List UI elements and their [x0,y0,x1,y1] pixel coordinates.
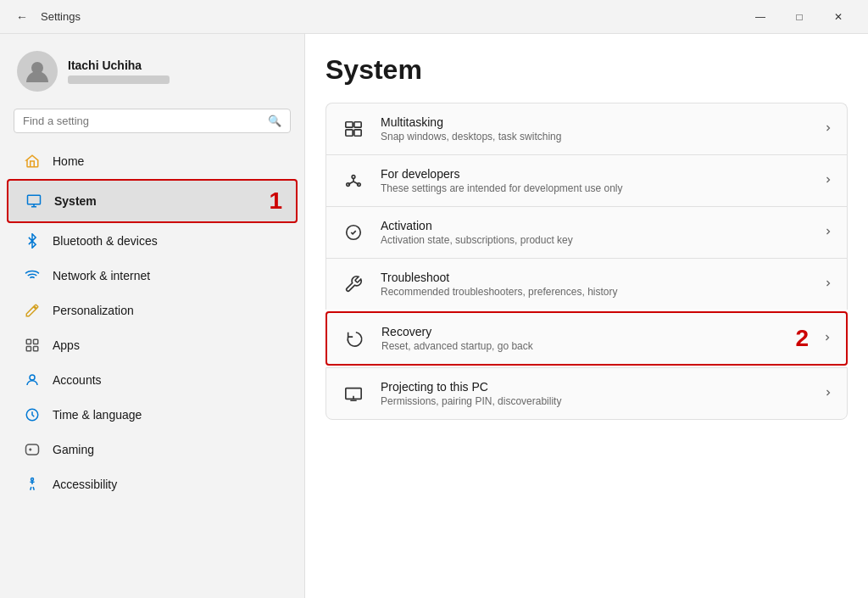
developers-text: For developersThese settings are intende… [381,167,810,194]
activation-desc: Activation state, subscriptions, product… [381,234,810,246]
accounts-icon [24,372,41,388]
setting-item-developers[interactable]: For developersThese settings are intende… [326,154,848,206]
svg-rect-2 [26,339,31,344]
svg-rect-9 [346,122,353,127]
multitasking-icon [340,115,367,143]
multitasking-name: Multitasking [381,115,810,129]
svg-rect-3 [34,339,38,344]
sidebar-item-label-personalization: Personalization [53,304,134,317]
svg-point-8 [31,478,34,481]
svg-rect-11 [346,130,353,136]
sidebar-item-accessibility[interactable]: Accessibility [7,467,298,501]
step-badge-content-2: 2 [795,327,809,350]
svg-point-6 [30,375,35,380]
sidebar: Itachi Uchiha 🔍 HomeSystem1Bluetooth & d… [0,34,305,598]
minimize-button[interactable]: — [741,3,780,31]
back-button[interactable]: ← [10,5,34,29]
setting-item-projecting[interactable]: Projecting to this PCPermissions, pairin… [326,367,848,420]
svg-rect-12 [354,130,361,136]
home-icon [24,153,41,170]
projecting-chevron-icon [823,388,833,400]
avatar [17,51,58,92]
search-box[interactable]: 🔍 [14,109,291,133]
user-info: Itachi Uchiha [68,59,170,84]
window-controls: — □ ✕ [741,3,858,31]
setting-item-multitasking[interactable]: MultitaskingSnap windows, desktops, task… [326,103,848,154]
setting-item-activation[interactable]: ActivationActivation state, subscription… [326,206,848,258]
activation-name: Activation [381,219,810,232]
projecting-desc: Permissions, pairing PIN, discoverabilit… [381,395,810,407]
projecting-name: Projecting to this PC [381,380,810,394]
search-input[interactable] [23,115,261,127]
recovery-chevron-icon [822,333,832,345]
sidebar-item-label-accounts: Accounts [53,373,102,387]
main-layout: Itachi Uchiha 🔍 HomeSystem1Bluetooth & d… [0,34,868,598]
developers-desc: These settings are intended for developm… [381,182,810,194]
personalization-icon [24,302,41,319]
projecting-icon [340,380,367,407]
search-container: 🔍 [0,105,304,143]
gaming-icon [24,441,41,458]
nav-list: HomeSystem1Bluetooth & devicesNetwork & … [0,143,304,502]
setting-item-troubleshoot[interactable]: TroubleshootRecommended troubleshooters,… [326,258,848,310]
content-area: System MultitaskingSnap windows, desktop… [305,34,868,598]
activation-text: ActivationActivation state, subscription… [381,219,810,246]
developers-chevron-icon [823,175,833,187]
time-icon [24,406,41,423]
network-icon [24,267,41,284]
sidebar-item-label-apps: Apps [53,338,80,352]
svg-point-13 [352,176,355,179]
sidebar-item-label-bluetooth: Bluetooth & devices [53,234,158,248]
app-title: Settings [41,10,741,23]
troubleshoot-icon [340,271,367,298]
system-icon [25,193,42,210]
sidebar-item-personalization[interactable]: Personalization [7,293,298,327]
svg-rect-10 [354,122,361,127]
page-title: System [326,54,848,86]
setting-item-recovery[interactable]: RecoveryReset, advanced startup, go back… [326,311,848,366]
sidebar-item-bluetooth[interactable]: Bluetooth & devices [7,224,298,258]
step-badge-1: 1 [269,189,282,213]
activation-icon [340,219,367,246]
svg-rect-1 [28,195,41,204]
multitasking-text: MultitaskingSnap windows, desktops, task… [381,115,810,143]
troubleshoot-text: TroubleshootRecommended troubleshooters,… [381,271,810,298]
recovery-name: Recovery [381,325,775,338]
projecting-text: Projecting to this PCPermissions, pairin… [381,380,810,407]
title-bar: ← Settings — □ ✕ [0,0,868,34]
troubleshoot-name: Troubleshoot [381,271,810,284]
developers-icon [340,167,367,194]
sidebar-item-label-home: Home [53,154,84,168]
activation-chevron-icon [823,226,833,239]
sidebar-item-apps[interactable]: Apps [7,328,298,362]
troubleshoot-desc: Recommended troubleshooters, preferences… [381,286,810,298]
recovery-desc: Reset, advanced startup, go back [381,340,775,352]
sidebar-item-accounts[interactable]: Accounts [7,363,298,397]
sidebar-item-network[interactable]: Network & internet [7,259,298,293]
sidebar-item-home[interactable]: Home [7,144,298,178]
sidebar-item-system[interactable]: System1 [7,179,298,223]
accessibility-icon [24,476,41,493]
sidebar-item-time[interactable]: Time & language [7,398,298,432]
maximize-button[interactable]: □ [780,3,819,31]
svg-rect-4 [26,347,31,351]
user-profile[interactable]: Itachi Uchiha [0,34,304,105]
user-email-blur [68,75,170,84]
close-button[interactable]: ✕ [819,3,858,31]
apps-icon [24,337,41,354]
sidebar-item-label-gaming: Gaming [53,443,94,456]
sidebar-item-label-time: Time & language [53,408,142,422]
recovery-text: RecoveryReset, advanced startup, go back [381,325,775,352]
sidebar-item-label-network: Network & internet [53,269,150,282]
svg-rect-5 [34,347,38,351]
sidebar-item-label-accessibility: Accessibility [53,478,117,491]
user-name: Itachi Uchiha [68,59,170,72]
developers-name: For developers [381,167,810,181]
bluetooth-icon [24,232,41,249]
multitasking-desc: Snap windows, desktops, task switching [381,131,810,143]
troubleshoot-chevron-icon [823,278,833,291]
sidebar-item-gaming[interactable]: Gaming [7,433,298,467]
multitasking-chevron-icon [823,123,833,136]
recovery-icon [341,325,368,352]
settings-list: MultitaskingSnap windows, desktops, task… [326,103,848,420]
